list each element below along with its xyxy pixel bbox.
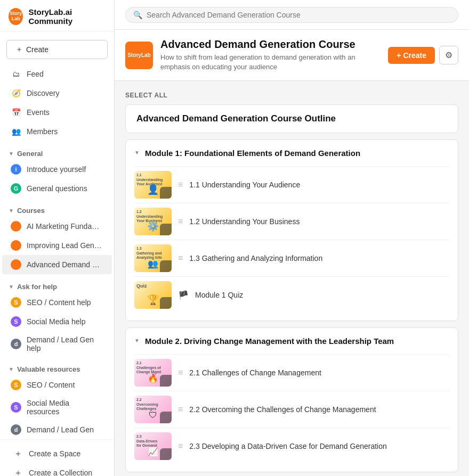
module-1-card: ▼ Module 1: Foundational Elements of Dem… [125, 139, 458, 321]
lesson-2-3-thumb: 2.3Data-Drivenfor Demand 📈 [134, 432, 172, 460]
drag-handle-2-3[interactable]: ≡ [178, 441, 183, 451]
drag-handle-1-3[interactable]: ≡ [178, 253, 183, 263]
outline-card: Advanced Demand Generation Course Outlin… [125, 104, 458, 133]
app-logo: StoryLab StoryLab.ai Community [0, 0, 114, 31]
course-avatar: StoryLab [125, 42, 153, 69]
general-questions-icon: G [11, 183, 21, 194]
sidebar-item-introduce[interactable]: i Introduce yourself [2, 160, 112, 179]
plus-icon: ＋ [15, 45, 23, 54]
social-resources-icon: S [11, 402, 21, 413]
app-title: StoryLab.ai Community [28, 7, 106, 26]
seo-content-icon: S [11, 380, 21, 390]
sidebar-item-adv-demand[interactable]: Advanced Demand Generati [2, 255, 112, 274]
course-actions: + Create ⚙ [388, 46, 458, 64]
lesson-1-3-thumb-icon: 👥 [148, 259, 158, 269]
logo-icon: StoryLab [9, 8, 23, 25]
module-1-header: ▼ Module 1: Foundational Elements of Dem… [134, 147, 449, 159]
social-resources-label: Social Media resources [27, 399, 103, 416]
drag-handle-1-2[interactable]: ≡ [178, 217, 183, 226]
create-space-item[interactable]: ＋ Create a Space [4, 444, 110, 463]
info-icon: i [11, 164, 21, 175]
course-header: StoryLab Advanced Demand Generation Cour… [115, 30, 469, 81]
demand-help-icon: d [11, 339, 21, 349]
sidebar-item-seo-content[interactable]: S SEO / Content [2, 375, 112, 395]
lesson-quiz-text: Module 1 Quiz [195, 291, 243, 299]
sidebar-item-members[interactable]: 👥 Members [2, 122, 112, 141]
module-2-header: ▼ Module 2. Driving Change Management wi… [134, 335, 449, 347]
create-collection-label: Create a Collection [29, 469, 92, 476]
sidebar-item-social-media-help[interactable]: S Social Media help [2, 312, 112, 331]
members-icon: 👥 [11, 126, 21, 137]
section-courses[interactable]: ▼ Courses [0, 202, 114, 217]
lesson-1-2-thumb: 1.2UnderstandingYour Business ⚙️ [134, 208, 172, 235]
select-all-label: SELECT ALL [125, 92, 168, 99]
create-button[interactable]: ＋ Create [6, 40, 108, 59]
chevron-down-icon-courses: ▼ [9, 208, 14, 214]
create-space-label: Create a Space [29, 449, 80, 458]
lesson-2-3-text: 2.3 Developing a Data-Driven Case for De… [189, 442, 386, 450]
sidebar-item-discovery[interactable]: 🧭 Discovery [2, 84, 112, 103]
sidebar-item-events-label: Events [27, 108, 50, 117]
create-collection-item[interactable]: ＋ Create a Collection [4, 463, 110, 476]
sidebar-item-seo-help[interactable]: S SEO / Content help [2, 293, 112, 312]
drag-handle-2-1[interactable]: ≡ [178, 368, 183, 377]
section-valuable-label: Valuable resources [17, 365, 80, 373]
lesson-1-1: 1.1UnderstandingYour Audience 👤 ≡ 1.1 Un… [134, 166, 449, 203]
lesson-2-1: 2.1Challenges ofChange Mgmt 🔥 ≡ 2.1 Chal… [134, 354, 449, 391]
lesson-1-1-thumb: 1.1UnderstandingYour Audience 👤 [134, 171, 172, 199]
lesson-2-1-thumb: 2.1Challenges ofChange Mgmt 🔥 [134, 359, 172, 387]
chevron-down-icon-valuable: ▼ [9, 366, 14, 372]
social-media-help-icon: S [11, 316, 21, 327]
lesson-1-1-thumb-icon: 👤 [147, 184, 159, 195]
module-2-card: ▼ Module 2. Driving Change Management wi… [125, 327, 458, 472]
sidebar-item-social-resources[interactable]: S Social Media resources [2, 395, 112, 420]
drag-handle-1-1[interactable]: ≡ [178, 180, 183, 190]
seo-content-label: SEO / Content [27, 381, 75, 389]
main-content: 🔍 StoryLab Advanced Demand Generation Co… [115, 0, 469, 476]
select-all-bar[interactable]: SELECT ALL [125, 89, 458, 104]
sidebar-item-demand-help[interactable]: d Demand / Lead Gen help [2, 331, 112, 357]
adv-demand-icon [11, 259, 21, 270]
outline-title: Advanced Demand Generation Course Outlin… [136, 113, 447, 124]
general-questions-label: General questions [27, 184, 87, 193]
thumb-corner-quiz [160, 297, 172, 309]
ai-marketing-label: AI Marketing Fundamentals [27, 222, 103, 231]
lesson-2-2-thumb-icon: 🛡 [149, 411, 157, 420]
module-2-chevron[interactable]: ▼ [134, 338, 140, 343]
lesson-1-2-thumb-icon: ⚙️ [147, 220, 159, 232]
lesson-1-2-text: 1.2 Understanding Your Business [189, 217, 300, 226]
course-description: How to shift from lead generation to dem… [160, 53, 374, 72]
course-info: Advanced Demand Generation Course How to… [160, 38, 381, 72]
sidebar-item-lead-gen[interactable]: Improving Lead Generation [2, 236, 112, 255]
module-1-chevron[interactable]: ▼ [134, 150, 140, 155]
seo-help-label: SEO / Content help [27, 298, 91, 307]
sidebar-item-feed[interactable]: 🗂 Feed [2, 64, 112, 84]
section-valuable[interactable]: ▼ Valuable resources [0, 361, 114, 375]
sidebar-item-events[interactable]: 📅 Events [2, 103, 112, 122]
section-courses-label: Courses [17, 207, 45, 215]
course-title: Advanced Demand Generation Course [160, 38, 381, 51]
demand-help-label: Demand / Lead Gen help [27, 335, 103, 352]
demand-resources-label: Demand / Lead Gen [27, 425, 94, 434]
lesson-1-3-text: 1.3 Gathering and Analyzing Information [189, 254, 322, 262]
section-ask-help[interactable]: ▼ Ask for help [0, 278, 114, 293]
lesson-2-2-thumb: 2.2OvercomingChallenges 🛡 [134, 396, 172, 423]
sidebar-item-demand-resources[interactable]: d Demand / Lead Gen [2, 420, 112, 439]
create-label: Create [26, 45, 48, 54]
create-course-button[interactable]: + Create [388, 47, 435, 64]
sidebar-item-ai-marketing[interactable]: AI Marketing Fundamentals [2, 217, 112, 236]
lesson-1-1-text: 1.1 Understanding Your Audience [189, 180, 300, 189]
lesson-2-2-text: 2.2 Overcoming the Challenges of Change … [189, 405, 376, 414]
drag-handle-2-2[interactable]: ≡ [178, 405, 183, 414]
thumb-corner-21 [160, 375, 172, 387]
lead-gen-label: Improving Lead Generation [27, 241, 103, 250]
thumb-corner-23 [160, 448, 172, 460]
search-box: 🔍 [125, 7, 458, 23]
lesson-1-quiz-thumb: Quiz 🏆 [134, 281, 172, 309]
search-icon: 🔍 [133, 11, 142, 19]
content-area: SELECT ALL Advanced Demand Generation Co… [115, 81, 469, 476]
section-general[interactable]: ▼ General [0, 145, 114, 160]
sidebar-item-general-questions[interactable]: G General questions [2, 179, 112, 198]
settings-button[interactable]: ⚙ [439, 46, 458, 64]
search-input[interactable] [147, 11, 450, 19]
